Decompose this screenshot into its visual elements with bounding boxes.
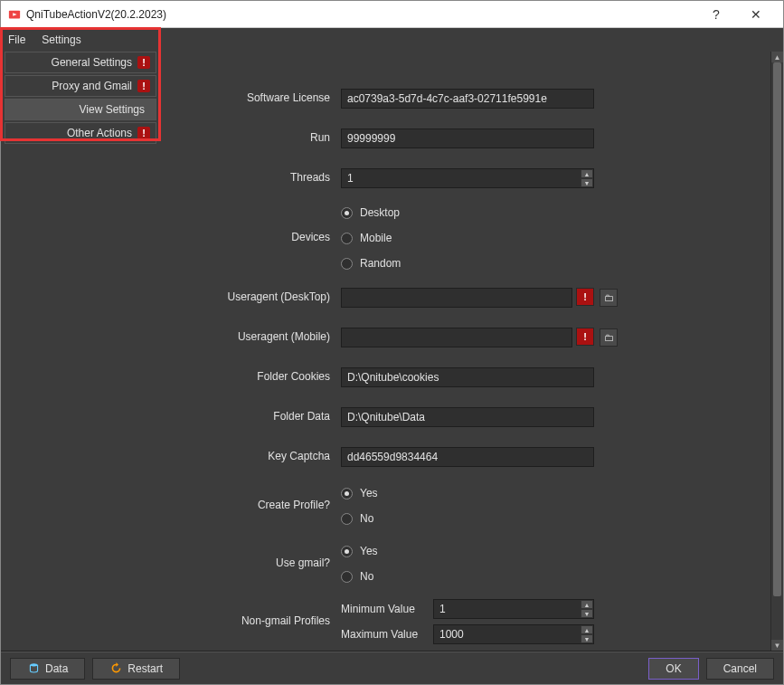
- radio-mobile[interactable]: [341, 233, 353, 244]
- sidebar-item-label: View Settings: [11, 103, 150, 116]
- input-threads[interactable]: [341, 168, 594, 188]
- label-threads: Threads: [160, 171, 341, 186]
- button-label: Data: [45, 662, 68, 675]
- sidebar-item-general-settings[interactable]: General Settings !: [5, 52, 156, 73]
- input-software-license[interactable]: [341, 89, 594, 109]
- label-useragent-desktop: Useragent (DeskTop): [160, 290, 341, 305]
- alert-icon: !: [137, 56, 150, 69]
- menu-settings[interactable]: Settings: [40, 30, 82, 50]
- sidebar-item-label: Proxy and Gmail: [11, 80, 137, 92]
- alert-icon: !: [137, 127, 150, 139]
- sidebar-item-proxy-and-gmail[interactable]: Proxy and Gmail !: [5, 75, 156, 97]
- radio-desktop[interactable]: [341, 207, 353, 219]
- menu-file[interactable]: File: [6, 30, 27, 50]
- label-folder-cookies: Folder Cookies: [160, 370, 341, 385]
- radio-use-gmail-yes[interactable]: [341, 546, 353, 557]
- button-label: Cancel: [723, 662, 757, 675]
- sidebar: General Settings ! Proxy and Gmail ! Vie…: [1, 52, 160, 651]
- sidebar-item-label: Other Actions: [11, 127, 137, 139]
- sidebar-item-other-actions[interactable]: Other Actions !: [5, 122, 156, 144]
- help-button[interactable]: ?: [696, 1, 736, 27]
- browse-button[interactable]: 🗀: [600, 328, 618, 347]
- button-label: OK: [666, 662, 681, 675]
- label-key-captcha: Key Captcha: [160, 450, 341, 464]
- ok-button[interactable]: OK: [648, 658, 698, 680]
- alert-icon: !: [137, 80, 150, 92]
- application-window: QniTubeActionV2(20.2.2023) ? ✕ File Sett…: [0, 0, 784, 685]
- main-panel: Software License Run Threads: [160, 52, 783, 651]
- spin-max[interactable]: ▲▼: [581, 625, 593, 643]
- browse-button[interactable]: 🗀: [600, 289, 618, 307]
- title-bar: QniTubeActionV2(20.2.2023) ? ✕: [1, 1, 783, 28]
- scroll-up-icon[interactable]: ▲: [771, 52, 783, 62]
- sidebar-item-label: General Settings: [11, 56, 137, 69]
- input-useragent-desktop[interactable]: [341, 288, 572, 308]
- vertical-scrollbar[interactable]: ▲ ▼: [770, 52, 783, 651]
- label-devices: Devices: [160, 231, 341, 245]
- radio-label: Desktop: [360, 206, 400, 219]
- input-folder-data[interactable]: [341, 407, 594, 427]
- data-button[interactable]: Data: [10, 658, 85, 680]
- settings-form: Software License Run Threads: [160, 52, 783, 651]
- label-non-gmail-profiles: Non-gmail Profiles: [160, 614, 341, 629]
- form-scroll-area: Software License Run Threads: [160, 52, 783, 651]
- input-run[interactable]: [341, 128, 594, 148]
- restart-icon: [109, 662, 122, 675]
- button-label: Restart: [128, 662, 163, 675]
- restart-button[interactable]: Restart: [92, 658, 180, 680]
- scroll-down-icon[interactable]: ▼: [771, 640, 783, 651]
- svg-point-2: [30, 663, 37, 666]
- radio-label: Yes: [360, 545, 378, 557]
- label-create-profile: Create Profile?: [160, 499, 341, 513]
- database-icon: [27, 662, 40, 675]
- alert-icon[interactable]: !: [576, 328, 594, 346]
- label-use-gmail: Use gmail?: [160, 557, 341, 571]
- content-area: General Settings ! Proxy and Gmail ! Vie…: [1, 52, 783, 652]
- label-minimum-value: Minimum Value: [341, 603, 426, 615]
- sidebar-item-view-settings[interactable]: View Settings: [5, 99, 156, 120]
- label-folder-data: Folder Data: [160, 410, 341, 424]
- radio-create-profile-no[interactable]: [341, 513, 353, 525]
- label-software-license: Software License: [160, 91, 341, 106]
- close-button[interactable]: ✕: [736, 1, 776, 27]
- window-title: QniTubeActionV2(20.2.2023): [26, 8, 166, 21]
- radio-use-gmail-no[interactable]: [341, 571, 353, 583]
- label-run: Run: [160, 131, 341, 146]
- input-minimum-value[interactable]: [433, 599, 594, 619]
- radio-label: No: [360, 570, 373, 583]
- radio-label: Yes: [360, 487, 378, 499]
- menu-bar: File Settings: [1, 28, 783, 52]
- radio-label: No: [360, 512, 373, 525]
- radio-random[interactable]: [341, 258, 353, 270]
- app-icon: [8, 8, 21, 21]
- spin-min[interactable]: ▲▼: [581, 600, 593, 618]
- label-useragent-mobile: Useragent (Mobile): [160, 330, 341, 345]
- input-key-captcha[interactable]: [341, 447, 594, 467]
- alert-icon[interactable]: !: [576, 288, 594, 306]
- scrollbar-thumb[interactable]: [773, 62, 781, 596]
- input-useragent-mobile[interactable]: [341, 328, 572, 347]
- cancel-button[interactable]: Cancel: [706, 658, 774, 680]
- spin-threads[interactable]: ▲▼: [581, 169, 593, 187]
- input-maximum-value[interactable]: [433, 624, 594, 644]
- label-maximum-value: Maximum Value: [341, 628, 426, 641]
- input-folder-cookies[interactable]: [341, 367, 594, 387]
- radio-create-profile-yes[interactable]: [341, 488, 353, 499]
- footer-bar: Data Restart OK Cancel: [1, 652, 783, 684]
- radio-label: Random: [360, 257, 401, 270]
- radio-label: Mobile: [360, 232, 392, 244]
